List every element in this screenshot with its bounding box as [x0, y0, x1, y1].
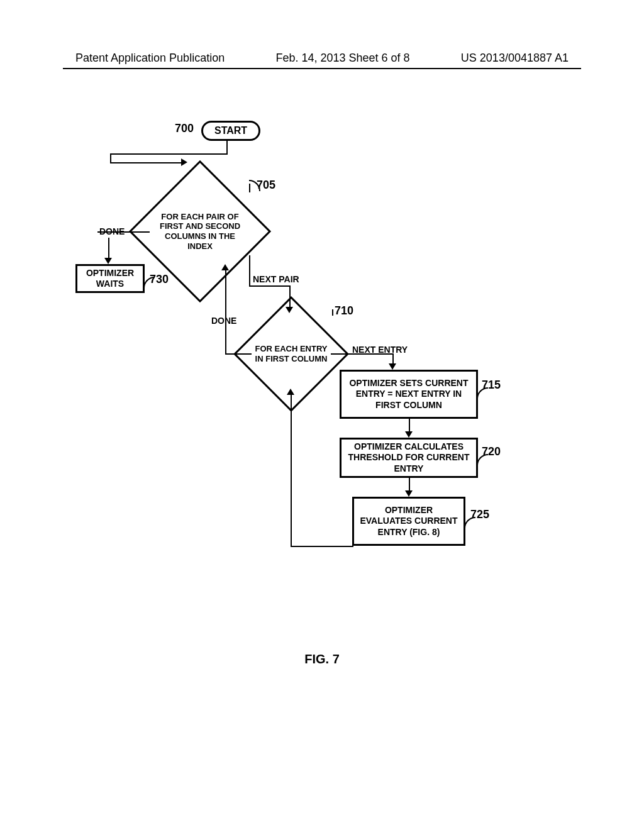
- process-725-text: OPTIMIZER EVALUATES CURRENT ENTRY (FIG. …: [359, 505, 458, 538]
- decision-710: FOR EACH ENTRY IN FIRST COLUMN: [250, 313, 332, 395]
- decision-710-text: FOR EACH ENTRY IN FIRST COLUMN: [250, 341, 332, 366]
- figure-caption-text: FIG. 7: [304, 652, 340, 666]
- decision-705: FOR EACH PAIR OF FIRST AND SECOND COLUMN…: [150, 181, 250, 282]
- edge-line: [226, 141, 228, 153]
- edge-line: [108, 238, 109, 259]
- edge-line: [110, 153, 111, 162]
- ref-hook: [464, 517, 475, 528]
- edge-line: [249, 255, 250, 285]
- arrowhead-icon: [286, 307, 293, 313]
- terminator-start: START: [201, 121, 260, 141]
- ref-hook-line: [332, 309, 333, 316]
- terminator-start-label: START: [214, 125, 247, 136]
- arrowhead-icon: [405, 431, 413, 438]
- flowchart-diagram: START 700 705 FOR EACH PAIR OF FIRST AND…: [0, 113, 644, 679]
- process-720-text: OPTIMIZER CALCULATES THRESHOLD FOR CURRE…: [347, 441, 471, 475]
- ref-hook: [477, 387, 488, 399]
- arrowhead-icon: [221, 264, 229, 270]
- edge-line: [126, 231, 150, 233]
- arrowhead-icon: [287, 389, 294, 395]
- ref-hook: [143, 277, 155, 288]
- process-725: OPTIMIZER EVALUATES CURRENT ENTRY (FIG. …: [352, 497, 465, 546]
- edge-line: [249, 285, 291, 287]
- ref-710: 710: [335, 304, 353, 318]
- decision-705-text: FOR EACH PAIR OF FIRST AND SECOND COLUMN…: [150, 209, 250, 253]
- arrowhead-icon: [181, 158, 187, 166]
- header-mid-text: Feb. 14, 2013 Sheet 6 of 8: [275, 52, 409, 65]
- edge-line: [225, 353, 252, 355]
- ref-hook: [477, 454, 488, 465]
- header-right-text: US 2013/0041887 A1: [461, 52, 569, 65]
- edge-line: [289, 296, 291, 308]
- edge-label-done-2: DONE: [211, 316, 236, 326]
- process-optimizer-waits-text: OPTIMIZER WAITS: [82, 268, 138, 290]
- edge-line: [225, 269, 226, 355]
- edge-line: [409, 419, 410, 433]
- ref-700: 700: [175, 122, 194, 135]
- arrowhead-icon: [405, 490, 413, 497]
- edge-line: [110, 153, 228, 155]
- edge-line: [289, 285, 291, 297]
- process-720: OPTIMIZER CALCULATES THRESHOLD FOR CURRE…: [340, 438, 478, 478]
- arrowhead-icon: [104, 258, 112, 264]
- edge-line: [409, 478, 410, 492]
- edge-label-next-pair: NEXT PAIR: [253, 274, 299, 284]
- edge-line: [110, 162, 182, 163]
- arrowhead-icon: [389, 363, 396, 370]
- edge-line: [331, 353, 394, 355]
- edge-line: [97, 231, 128, 233]
- edge-line: [291, 394, 292, 547]
- process-optimizer-waits: OPTIMIZER WAITS: [75, 264, 145, 293]
- edge-line: [291, 546, 353, 547]
- header-left-text: Patent Application Publication: [75, 52, 225, 65]
- process-715-text: OPTIMIZER SETS CURRENT ENTRY = NEXT ENTR…: [347, 378, 471, 411]
- page-header: Patent Application Publication Feb. 14, …: [0, 52, 644, 65]
- process-715: OPTIMIZER SETS CURRENT ENTRY = NEXT ENTR…: [340, 370, 478, 419]
- figure-caption: FIG. 7: [0, 652, 644, 667]
- header-divider: [63, 68, 581, 69]
